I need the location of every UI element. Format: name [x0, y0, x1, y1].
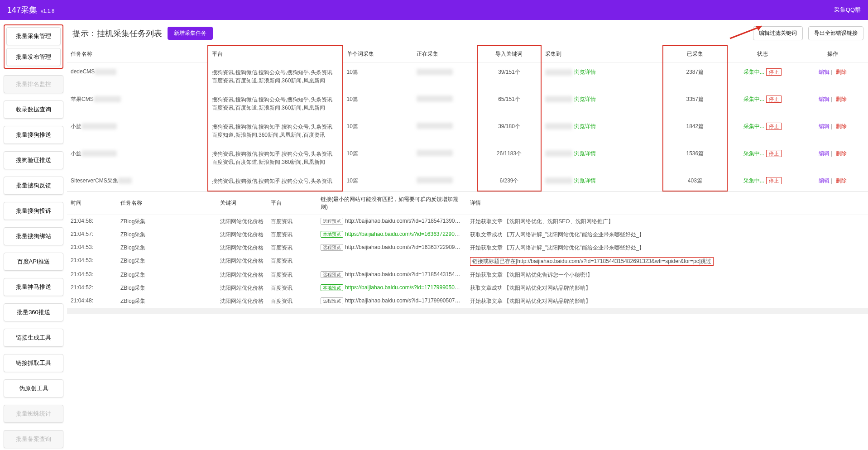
sidebar-item-16: 批量备案查询 — [4, 430, 63, 448]
delete-link[interactable]: 删除 — [836, 123, 847, 129]
remote-preview-badge[interactable]: 远程预览 — [321, 297, 343, 304]
delete-link[interactable]: 删除 — [836, 96, 847, 102]
log-time: 21:04:48: — [67, 295, 117, 308]
platform-cell: 搜狗资讯,搜狗微信,搜狗公众号,搜狗知乎,头条资讯,百度资讯,百度知道,新浪新闻… — [208, 90, 342, 117]
log-detail-text: 开始获取文章 【沈阳网络优化、沈阳SEO、沈阳网络推广】 — [470, 218, 614, 225]
collected-to-cell: 浏览详情 — [541, 144, 663, 172]
log-link[interactable] — [317, 254, 466, 268]
log-time: 21:04:53: — [67, 241, 117, 254]
log-detail-text: 获取文章成功 【万人网络讲解_"沈阳网站优化"能给企业带来哪些好处_】 — [470, 231, 644, 238]
log-time: 21:04:52: — [67, 282, 117, 295]
log-table[interactable]: 时间 任务名称 关键词 平台 链接(最小的网站可能没有匹配，如需要可群内反馈增加… — [67, 191, 868, 450]
browse-detail-link[interactable]: 浏览详情 — [574, 177, 596, 184]
log-detail-text: 获取文章成功 【沈阳网站优化对网站品牌的影响】 — [470, 285, 591, 291]
sidebar-item-6[interactable]: 批量搜狗反馈 — [4, 177, 63, 195]
sidebar-item-0[interactable]: 批量采集管理 — [6, 27, 61, 45]
log-link[interactable]: 本地预览https://baijiahao.baidu.com/s?id=163… — [317, 228, 466, 241]
log-link[interactable]: 远程预览http://baijiahao.baidu.com/s?id=1717… — [317, 295, 466, 308]
edit-link[interactable]: 编辑 — [819, 96, 830, 102]
local-preview-badge[interactable]: 本地预览 — [321, 231, 343, 238]
log-link[interactable]: 远程预览http://baijiahao.baidu.com/s?id=1718… — [317, 215, 466, 228]
log-keyword: 沈阳网站优化价格 — [216, 241, 267, 254]
edit-link[interactable]: 编辑 — [819, 69, 830, 75]
stop-button[interactable]: 停止 — [766, 123, 782, 130]
edit-filter-keywords-button[interactable]: 编辑过滤关键词 — [753, 26, 803, 40]
log-detail: 开始获取文章 【万人网络讲解_"沈阳网站优化"能给企业带来哪些好处_】 — [466, 241, 868, 254]
app-title: 147采集 — [7, 5, 37, 15]
app-header: 147采集 v1.1.8 采集QQ群 — [0, 0, 868, 20]
log-detail: 获取文章成功 【万人网络讲解_"沈阳网站优化"能给企业带来哪些好处_】 — [466, 228, 868, 241]
log-link[interactable]: 远程预览http://baijiahao.baidu.com/s?id=1636… — [317, 241, 466, 254]
collecting-cell — [413, 117, 477, 144]
sidebar-item-12[interactable]: 链接生成工具 — [4, 329, 63, 347]
actions-cell: 编辑 | 删除 — [797, 63, 868, 90]
col-single: 单个词采集 — [343, 45, 413, 63]
edit-link[interactable]: 编辑 — [819, 150, 830, 157]
actions-cell: 编辑 | 删除 — [797, 117, 868, 144]
browse-detail-link[interactable]: 浏览详情 — [574, 123, 596, 129]
keywords-cell: 6/239个 — [477, 172, 542, 191]
sidebar-item-9[interactable]: 百度API推送 — [4, 253, 63, 271]
log-detail-text: 开始获取文章 【沈阳网站优化对网站品牌的影响】 — [470, 298, 591, 304]
export-error-links-button[interactable]: 导出全部错误链接 — [808, 26, 863, 40]
task-name-cell: SiteserverCMS采集 — [67, 172, 208, 191]
log-time: 21:04:53: — [67, 254, 117, 268]
sidebar-item-14[interactable]: 伪原创工具 — [4, 379, 63, 397]
stop-button[interactable]: 停止 — [766, 96, 782, 103]
sidebar-item-1[interactable]: 批量发布管理 — [6, 48, 61, 66]
log-detail-boxed: 链接或标题已存在[http://baijiahao.baidu.com/s?id… — [470, 257, 714, 266]
log-keyword: 沈阳网站优化价格 — [216, 215, 267, 228]
remote-preview-badge[interactable]: 远程预览 — [321, 218, 343, 225]
horizontal-scrollbar[interactable] — [67, 308, 868, 314]
log-platform: 百度资讯 — [267, 268, 317, 282]
col-collected-to: 采集到 — [541, 45, 663, 63]
remote-preview-badge[interactable]: 远程预览 — [321, 244, 343, 251]
single-cell: 10篇 — [343, 172, 413, 191]
collecting-cell — [413, 144, 477, 172]
browse-detail-link[interactable]: 浏览详情 — [574, 96, 596, 102]
app-version: v1.1.8 — [41, 8, 54, 14]
actions-cell: 编辑 | 删除 — [797, 172, 868, 191]
log-detail-text: 开始获取文章 【万人网络讲解_"沈阳网站优化"能给企业带来哪些好处_】 — [470, 244, 644, 251]
log-row: 21:04:53:ZBlog采集沈阳网站优化价格百度资讯链接或标题已存在[htt… — [67, 254, 868, 268]
stop-button[interactable]: 停止 — [766, 150, 782, 157]
sidebar-item-7[interactable]: 批量搜狗投诉 — [4, 202, 63, 220]
col-keywords: 导入关键词 — [477, 45, 542, 63]
log-link[interactable]: 本地预览https://baijiahao.baidu.com/s?id=171… — [317, 282, 466, 295]
browse-detail-link[interactable]: 浏览详情 — [574, 69, 596, 75]
collected-to-cell: 浏览详情 — [541, 117, 663, 144]
sidebar-item-11[interactable]: 批量360推送 — [4, 303, 63, 321]
task-name-cell: 苹果CMS — [67, 90, 208, 117]
sidebar-item-5[interactable]: 搜狗验证推送 — [4, 151, 63, 169]
log-link[interactable]: 远程预览http://baijiahao.baidu.com/s?id=1718… — [317, 268, 466, 282]
log-task: ZBlog采集 — [117, 228, 216, 241]
new-task-button[interactable]: 新增采集任务 — [168, 27, 213, 40]
log-keyword: 沈阳网站优化价格 — [216, 295, 267, 308]
sidebar-item-15: 批量蜘蛛统计 — [4, 405, 63, 423]
sidebar-item-3[interactable]: 收录数据查询 — [4, 101, 63, 119]
sidebar-item-8[interactable]: 批量搜狗绑站 — [4, 227, 63, 245]
sidebar-item-4[interactable]: 批量搜狗推送 — [4, 126, 63, 144]
status-cell: 采集中...停止 — [727, 63, 798, 90]
delete-link[interactable]: 删除 — [836, 177, 847, 184]
qq-group-link[interactable]: 采集QQ群 — [834, 6, 861, 14]
collected-to-cell: 浏览详情 — [541, 63, 663, 90]
col-collected: 已采集 — [663, 45, 727, 63]
stop-button[interactable]: 停止 — [766, 177, 782, 184]
delete-link[interactable]: 删除 — [836, 150, 847, 157]
browse-detail-link[interactable]: 浏览详情 — [574, 150, 596, 157]
task-table: 任务名称 平台 单个词采集 正在采集 导入关键词 采集到 已采集 状态 操作 d… — [67, 45, 868, 191]
log-platform: 百度资讯 — [267, 228, 317, 241]
sidebar: 批量采集管理批量发布管理批量排名监控收录数据查询批量搜狗推送搜狗验证推送批量搜狗… — [0, 20, 67, 450]
remote-preview-badge[interactable]: 远程预览 — [321, 271, 343, 278]
edit-link[interactable]: 编辑 — [819, 177, 830, 184]
sidebar-item-10[interactable]: 批量神马推送 — [4, 278, 63, 296]
delete-link[interactable]: 删除 — [836, 69, 847, 75]
task-row: SiteserverCMS采集搜狗资讯,搜狗微信,搜狗知乎,搜狗公众号,头条资讯… — [67, 172, 868, 191]
task-row: 苹果CMS搜狗资讯,搜狗微信,搜狗公众号,搜狗知乎,头条资讯,百度资讯,百度知道… — [67, 90, 868, 117]
stop-button[interactable]: 停止 — [766, 68, 782, 76]
log-platform: 百度资讯 — [267, 254, 317, 268]
local-preview-badge[interactable]: 本地预览 — [321, 284, 343, 291]
edit-link[interactable]: 编辑 — [819, 123, 830, 129]
sidebar-item-13[interactable]: 链接抓取工具 — [4, 354, 63, 372]
